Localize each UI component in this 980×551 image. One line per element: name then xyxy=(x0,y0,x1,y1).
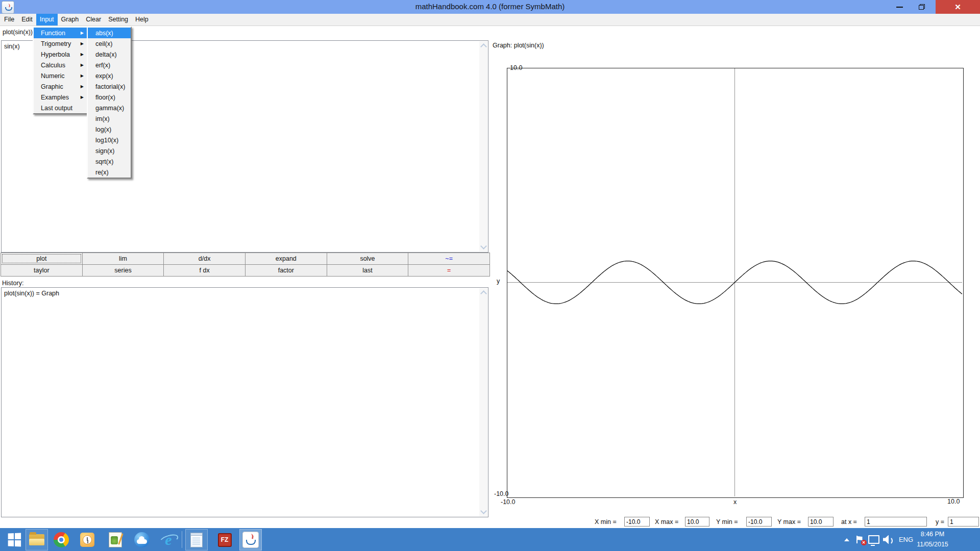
taskbar-internet-explorer[interactable] xyxy=(157,529,180,550)
title-bar[interactable]: mathHandbook.com 4.0 (former SymbMath) ✕ xyxy=(0,0,980,14)
menu-item-label: exp(x) xyxy=(95,72,113,80)
submenu-item-ceil[interactable]: ceil(x) xyxy=(88,38,131,49)
menu-clear[interactable]: Clear xyxy=(82,14,105,26)
close-button[interactable]: ✕ xyxy=(936,0,980,14)
menu-setting[interactable]: Setting xyxy=(105,14,132,26)
button-taylor[interactable]: taylor xyxy=(1,264,83,277)
menu-item-label: factorial(x) xyxy=(95,83,125,90)
taskbar-cloud-app[interactable] xyxy=(131,529,153,550)
button-integrate[interactable]: f dx xyxy=(163,264,246,277)
history-scrollbar[interactable] xyxy=(479,288,487,516)
taskbar-outlook[interactable] xyxy=(76,529,99,550)
error-badge: ✕ xyxy=(861,540,867,545)
submenu-item-im[interactable]: im(x) xyxy=(88,113,131,124)
submenu-item-factorial[interactable]: factorial(x) xyxy=(88,81,131,92)
menu-file[interactable]: File xyxy=(1,14,18,26)
taskbar-start-button[interactable] xyxy=(3,529,26,550)
tray-date: 11/05/2015 xyxy=(917,540,948,549)
menu-item-hyperbola[interactable]: Hyperbola▶ xyxy=(34,49,87,60)
button-lim[interactable]: lim xyxy=(82,253,164,265)
submenu-item-exp[interactable]: exp(x) xyxy=(88,70,131,81)
menu-help[interactable]: Help xyxy=(132,14,152,26)
history-area[interactable]: plot(sin(x)) = Graph xyxy=(1,287,488,517)
button-approx-equal[interactable]: ~= xyxy=(408,253,490,265)
menu-item-trigometry[interactable]: Trigometry▶ xyxy=(34,38,87,49)
menu-item-label: Examples xyxy=(41,94,69,101)
button-factor[interactable]: factor xyxy=(245,264,327,277)
xmax-label: X max = xyxy=(655,518,678,525)
submenu-arrow-icon: ▶ xyxy=(81,95,84,99)
speaker-icon xyxy=(883,535,893,544)
scroll-down-icon[interactable] xyxy=(480,508,487,514)
at-x-input[interactable] xyxy=(865,517,927,527)
sine-plot xyxy=(507,68,962,496)
button-plot[interactable]: plot xyxy=(1,253,83,265)
menu-item-calculus[interactable]: Calculus▶ xyxy=(34,60,87,70)
submenu-item-gamma[interactable]: gamma(x) xyxy=(88,103,131,113)
taskbar-java[interactable] xyxy=(239,529,262,550)
ymin-input[interactable] xyxy=(746,517,772,527)
y-min-label: -10.0 xyxy=(494,490,509,497)
y-value-input[interactable] xyxy=(948,517,979,527)
scroll-down-icon[interactable] xyxy=(480,243,487,249)
tray-clock[interactable]: 8:46 PM 11/05/2015 xyxy=(913,528,952,551)
xmax-input[interactable] xyxy=(685,517,709,527)
menu-item-function[interactable]: Function▶ xyxy=(34,28,87,38)
menu-item-label: gamma(x) xyxy=(95,105,124,112)
tray-network-icon[interactable] xyxy=(867,528,880,551)
taskbar-chrome[interactable] xyxy=(50,529,72,550)
button-series[interactable]: series xyxy=(82,264,164,277)
submenu-item-floor[interactable]: floor(x) xyxy=(88,92,131,103)
menu-item-label: sign(x) xyxy=(95,147,115,155)
submenu-item-sqrt[interactable]: sqrt(x) xyxy=(88,156,131,167)
internet-explorer-icon xyxy=(160,532,177,547)
ymax-input[interactable] xyxy=(808,517,834,527)
language-label: ENG xyxy=(899,536,913,543)
tray-expand-icon[interactable] xyxy=(841,528,852,551)
editor-scrollbar[interactable] xyxy=(479,41,487,252)
menu-item-numeric[interactable]: Numeric▶ xyxy=(34,70,87,81)
taskbar-file-explorer[interactable] xyxy=(26,529,48,550)
submenu-arrow-icon: ▶ xyxy=(81,63,84,67)
submenu-item-delta[interactable]: delta(x) xyxy=(88,49,131,60)
menu-item-graphic[interactable]: Graphic▶ xyxy=(34,81,87,92)
taskbar-notepad[interactable] xyxy=(185,529,208,550)
button-equal[interactable]: = xyxy=(408,264,490,277)
submenu-item-re[interactable]: re(x) xyxy=(88,167,131,178)
taskbar-filezilla[interactable]: FZ xyxy=(213,529,236,550)
scroll-up-icon[interactable] xyxy=(480,43,487,50)
tray-time: 8:46 PM xyxy=(921,530,945,539)
menu-item-label: im(x) xyxy=(95,115,110,122)
button-ddx[interactable]: d/dx xyxy=(163,253,246,265)
submenu-item-log[interactable]: log(x) xyxy=(88,124,131,135)
minimize-button[interactable] xyxy=(889,0,910,14)
x-min-label: -10.0 xyxy=(501,498,516,506)
menu-edit[interactable]: Edit xyxy=(18,14,36,26)
submenu-item-sign[interactable]: sign(x) xyxy=(88,145,131,156)
menu-item-label: Calculus xyxy=(41,62,65,69)
scroll-up-icon[interactable] xyxy=(480,290,487,297)
menu-item-label: Hyperbola xyxy=(41,51,70,58)
menu-item-examples[interactable]: Examples▶ xyxy=(34,92,87,103)
button-last[interactable]: last xyxy=(327,264,409,277)
menu-input[interactable]: Input xyxy=(36,14,58,26)
submenu-item-log10[interactable]: log10(x) xyxy=(88,135,131,145)
java-coffee-icon xyxy=(242,532,259,548)
button-expand[interactable]: expand xyxy=(245,253,327,265)
restore-button[interactable] xyxy=(912,0,932,14)
menu-graph[interactable]: Graph xyxy=(58,14,83,26)
submenu-item-abs[interactable]: abs(x) xyxy=(88,28,131,38)
menu-item-label: Trigometry xyxy=(41,40,71,47)
menu-item-label: Numeric xyxy=(41,72,65,80)
x-axis-label: x xyxy=(733,498,737,506)
menu-item-label: delta(x) xyxy=(95,51,117,58)
button-solve[interactable]: solve xyxy=(327,253,409,265)
menu-item-last-output[interactable]: Last output xyxy=(34,103,87,113)
y-max-label: 10.0 xyxy=(510,64,522,71)
tray-volume-icon[interactable] xyxy=(881,528,895,551)
taskbar-notes[interactable] xyxy=(104,529,127,550)
xmin-input[interactable] xyxy=(624,517,650,527)
app-window: mathHandbook.com 4.0 (former SymbMath) ✕… xyxy=(0,0,980,551)
tray-flag-icon[interactable]: ✕ xyxy=(853,528,867,551)
submenu-item-erf[interactable]: erf(x) xyxy=(88,60,131,70)
